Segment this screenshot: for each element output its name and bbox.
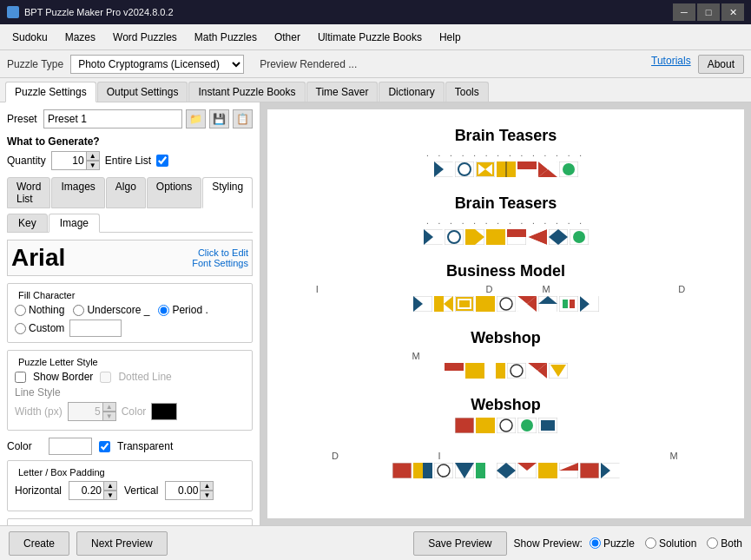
save-as-preset-button[interactable]: 📋 [233, 109, 253, 128]
font-settings-button[interactable]: Click to Edit Font Settings [192, 247, 248, 268]
svg-marker-112 [476, 418, 485, 433]
tab-instant-puzzle-books[interactable]: Instant Puzzle Books [188, 82, 305, 102]
tab-tools[interactable]: Tools [445, 82, 489, 102]
cell-1-3 [476, 161, 495, 177]
vertical-down[interactable]: ▼ [200, 491, 214, 500]
transparent-checkbox[interactable] [99, 441, 110, 452]
line-color-swatch[interactable] [151, 403, 177, 420]
menu-help[interactable]: Help [431, 28, 470, 47]
menu-ultimate-puzzle-books[interactable]: Ultimate Puzzle Books [309, 28, 431, 47]
cell-1-5 [517, 161, 537, 177]
width-down[interactable]: ▼ [102, 412, 116, 421]
minimize-button[interactable]: ─ [673, 3, 695, 21]
show-preview-label: Show Preview: [514, 537, 583, 550]
horizontal-up[interactable]: ▲ [103, 481, 117, 491]
show-border-label: Show Border [33, 371, 93, 383]
menu-math-puzzles[interactable]: Math Puzzles [186, 28, 266, 47]
width-spinner[interactable]: ▲ ▼ [68, 402, 116, 421]
cell-3-4 [476, 296, 495, 312]
svg-point-43 [563, 163, 575, 175]
tab-puzzle-settings[interactable]: Puzzle Settings [5, 82, 96, 102]
svg-marker-122 [413, 463, 423, 478]
both-radio-option[interactable]: Both [707, 537, 742, 550]
fill-custom-input[interactable] [69, 320, 122, 337]
svg-marker-94 [445, 371, 464, 379]
puzzle-6: D I M [285, 451, 727, 478]
svg-rect-88 [570, 300, 575, 308]
save-preset-button[interactable]: 💾 [209, 109, 229, 128]
quantity-up[interactable]: ▲ [86, 151, 100, 161]
solution-radio-option[interactable]: Solution [645, 537, 696, 550]
fill-color-swatch[interactable] [49, 438, 92, 455]
horizontal-spinner[interactable]: ▲ ▼ [69, 481, 117, 500]
vertical-up[interactable]: ▲ [200, 481, 214, 491]
puzzle-radio-option[interactable]: Puzzle [590, 537, 635, 550]
about-button[interactable]: About [698, 55, 744, 74]
tab-time-saver[interactable]: Time Saver [306, 82, 379, 102]
next-preview-button[interactable]: Next Preview [76, 531, 168, 556]
sub-tab-options[interactable]: Options [147, 177, 201, 208]
dotted-line-checkbox[interactable] [100, 372, 111, 383]
fill-custom-option[interactable]: Custom [15, 322, 64, 334]
cell-1-4 [497, 161, 516, 177]
sub-tab-styling[interactable]: Styling [202, 177, 253, 208]
cell-5-3 [497, 418, 516, 433]
open-preset-button[interactable]: 📁 [186, 109, 206, 128]
show-preview-options: Puzzle Solution Both [590, 537, 742, 550]
puzzle-4-row [285, 363, 727, 379]
save-preview-button[interactable]: Save Preview [413, 531, 506, 556]
puzzle-2: Brain Teasers . . . . . . . . . . . . . … [285, 194, 727, 245]
sub-sub-tab-image[interactable]: Image [49, 214, 100, 233]
tutorials-link[interactable]: Tutorials [648, 55, 695, 74]
quantity-down[interactable]: ▼ [86, 161, 100, 170]
show-border-checkbox[interactable] [15, 372, 26, 383]
svg-point-48 [448, 231, 460, 243]
menu-mazes[interactable]: Mazes [56, 28, 104, 47]
sub-sub-tab-key[interactable]: Key [7, 214, 48, 233]
maximize-button[interactable]: □ [697, 3, 720, 21]
puzzle-1-title: Brain Teasers [285, 127, 727, 145]
sub-tab-images[interactable]: Images [51, 177, 104, 208]
menu-other[interactable]: Other [266, 28, 309, 47]
fill-character-group: Fill Character Nothing Underscore _ Peri… [7, 283, 253, 343]
menu-sudoku[interactable]: Sudoku [3, 28, 56, 47]
puzzle-type-select[interactable]: Photo Cryptograms (Licensed) [70, 55, 244, 74]
cell-6-7 [517, 463, 537, 478]
entire-list-checkbox[interactable] [156, 155, 168, 167]
fill-period-option[interactable]: Period . [158, 304, 208, 316]
width-up[interactable]: ▲ [102, 402, 116, 412]
tab-dictionary[interactable]: Dictionary [379, 82, 444, 102]
puzzle-2-title: Brain Teasers [285, 194, 727, 213]
horizontal-down[interactable]: ▼ [103, 491, 117, 500]
create-button[interactable]: Create [9, 531, 69, 556]
tab-output-settings[interactable]: Output Settings [97, 82, 188, 102]
quantity-input[interactable] [51, 151, 86, 170]
vertical-spinner[interactable]: ▲ ▼ [165, 481, 214, 500]
quantity-spinner[interactable]: ▲ ▼ [51, 151, 100, 170]
tab-bar: Puzzle Settings Output Settings Instant … [0, 78, 751, 102]
cell-4-6 [549, 363, 568, 379]
preset-input[interactable] [43, 109, 182, 128]
sub-tab-algo[interactable]: Algo [106, 177, 146, 208]
fill-underscore-option[interactable]: Underscore _ [73, 304, 149, 316]
entire-list-label: Entire List [105, 155, 151, 167]
svg-point-63 [573, 231, 585, 243]
svg-rect-119 [541, 420, 555, 431]
vertical-input[interactable] [165, 481, 200, 500]
bottom-bar: Create Next Preview Save Preview Show Pr… [0, 525, 751, 560]
width-label: Width (px) [15, 405, 63, 418]
fill-nothing-option[interactable]: Nothing [15, 304, 64, 316]
width-input[interactable] [68, 402, 102, 421]
app-icon [7, 6, 19, 18]
sub-tabs: Word List Images Algo Options Styling [7, 177, 253, 208]
cell-3-6 [517, 296, 537, 312]
close-button[interactable]: ✕ [721, 3, 744, 21]
fill-character-options: Nothing Underscore _ Period . [15, 304, 245, 316]
sub-tab-word-list[interactable]: Word List [7, 177, 50, 208]
cell-2-8 [570, 229, 589, 245]
horizontal-input[interactable] [69, 481, 103, 500]
main-content: Preset 📁 💾 📋 What to Generate? Quantity … [0, 102, 751, 525]
cell-4-2 [465, 363, 484, 379]
menu-word-puzzles[interactable]: Word Puzzles [104, 28, 186, 47]
puzzle-alignment-group: Puzzle Alignment [7, 518, 253, 525]
